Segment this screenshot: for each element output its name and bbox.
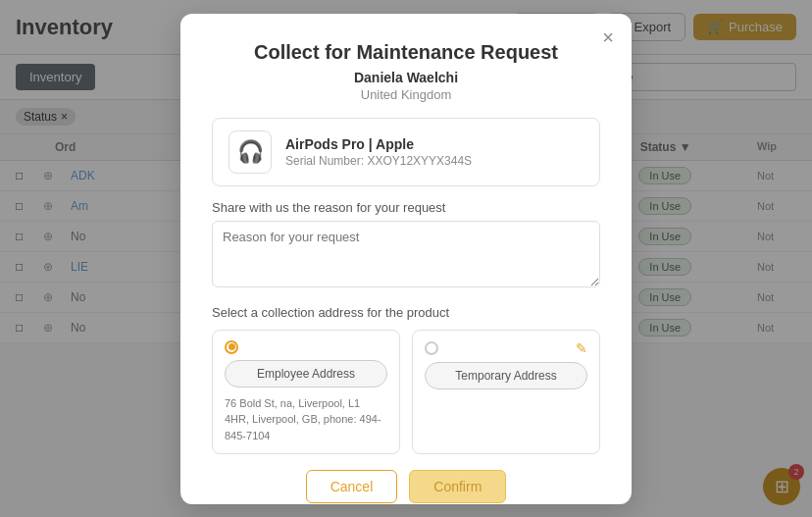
employee-address-option[interactable]: Employee Address 76 Bold St, na, Liverpo… — [212, 330, 400, 455]
modal-user-name: Daniela Waelchi — [212, 70, 600, 85]
product-card: 🎧 AirPods Pro | Apple Serial Number: XXO… — [212, 118, 600, 186]
product-serial: Serial Number: XXOY12XYYX344S — [285, 154, 472, 168]
modal-user-location: United Kingdom — [212, 87, 600, 102]
product-icon: 🎧 — [228, 130, 272, 174]
reason-label: Share with us the reason for your reques… — [212, 200, 600, 215]
product-name: AirPods Pro | Apple — [285, 136, 472, 152]
employee-address-button[interactable]: Employee Address — [225, 360, 387, 388]
cancel-button[interactable]: Cancel — [306, 470, 398, 503]
product-info: AirPods Pro | Apple Serial Number: XXOY1… — [285, 136, 472, 168]
temporary-radio[interactable] — [425, 341, 438, 355]
employee-address-detail: 76 Bold St, na, Liverpool, L1 4HR, Liver… — [225, 395, 387, 444]
employee-radio[interactable] — [225, 340, 238, 354]
address-options: Employee Address 76 Bold St, na, Liverpo… — [212, 330, 600, 455]
modal-overlay: × Collect for Maintenance Request Daniel… — [0, 0, 812, 517]
temporary-address-button[interactable]: Temporary Address — [425, 362, 587, 389]
close-button[interactable]: × — [602, 27, 614, 47]
headphones-icon: 🎧 — [237, 139, 264, 165]
reason-textarea[interactable] — [212, 221, 600, 287]
confirm-button[interactable]: Confirm — [409, 470, 506, 503]
modal-footer: Cancel Confirm — [212, 470, 600, 503]
address-label: Select a collection address for the prod… — [212, 305, 600, 320]
modal-title: Collect for Maintenance Request — [212, 41, 600, 64]
temporary-address-option[interactable]: ✎ Temporary Address — [412, 330, 600, 455]
modal-dialog: × Collect for Maintenance Request Daniel… — [180, 14, 632, 504]
edit-icon[interactable]: ✎ — [576, 340, 587, 356]
